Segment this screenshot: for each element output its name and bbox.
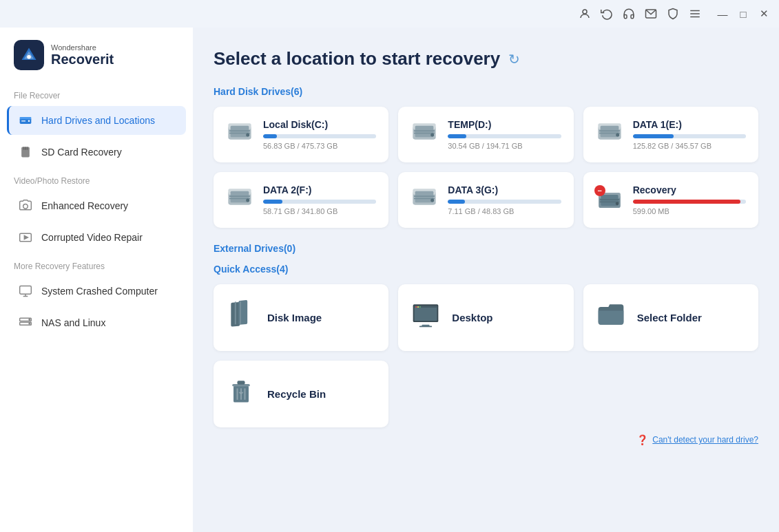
sidebar-item-label: Hard Drives and Locations bbox=[41, 115, 155, 126]
drive-recovery[interactable]: − Recovery 599.00 MB bbox=[583, 172, 758, 228]
sidebar-item-sd-card[interactable]: SD Card Recovery bbox=[7, 138, 186, 167]
logo: Wondershare Recoverit bbox=[0, 28, 193, 83]
disk-image-label: Disk Image bbox=[267, 312, 322, 323]
headset-icon[interactable] bbox=[619, 4, 638, 23]
sidebar-item-hard-drives[interactable]: Hard Drives and Locations bbox=[7, 106, 186, 135]
recovery-icon-wrap: − bbox=[596, 187, 623, 214]
svg-rect-35 bbox=[414, 130, 435, 131]
svg-rect-73 bbox=[419, 326, 432, 328]
quick-access-grid: Disk Image Desktop bbox=[214, 284, 758, 427]
svg-rect-9 bbox=[20, 117, 32, 119]
select-folder-icon bbox=[596, 299, 626, 336]
quick-card-recycle-bin[interactable]: Recycle Bin bbox=[214, 361, 388, 427]
svg-rect-69 bbox=[416, 306, 417, 308]
section-video-photo: Video/Photo Restore bbox=[0, 168, 193, 190]
drive-data2-f[interactable]: DATA 2(F:) 58.71 GB / 341.80 GB bbox=[214, 172, 388, 228]
svg-rect-41 bbox=[599, 130, 620, 131]
drive-info-d: TEMP(D:) 30.54 GB / 194.71 GB bbox=[448, 119, 561, 150]
svg-point-31 bbox=[246, 134, 249, 137]
drive-info-recovery: Recovery 599.00 MB bbox=[633, 184, 746, 215]
drive-size-g: 7.11 GB / 48.83 GB bbox=[448, 207, 561, 215]
hdd-icon-f bbox=[226, 183, 253, 217]
svg-rect-59 bbox=[599, 199, 619, 200]
svg-point-16 bbox=[23, 204, 28, 209]
drive-name-d: TEMP(D:) bbox=[448, 119, 561, 130]
mail-icon[interactable] bbox=[641, 4, 661, 23]
sidebar-item-label: NAS and Linux bbox=[41, 317, 105, 328]
recycle-bin-label: Recycle Bin bbox=[267, 388, 326, 400]
svg-rect-13 bbox=[23, 147, 25, 150]
svg-point-61 bbox=[615, 202, 619, 205]
desktop-label: Desktop bbox=[452, 312, 492, 323]
maximize-button[interactable]: □ bbox=[734, 4, 753, 23]
quick-card-disk-image[interactable]: Disk Image bbox=[214, 284, 388, 351]
minimize-button[interactable]: — bbox=[713, 4, 732, 23]
product-name: Recoverit bbox=[51, 52, 114, 67]
drive-name-e: DATA 1(E:) bbox=[633, 119, 746, 130]
drive-info-g: DATA 3(G:) 7.11 GB / 48.83 GB bbox=[448, 184, 561, 215]
help-icon: ❓ bbox=[636, 434, 648, 445]
hdd-icon-g bbox=[411, 183, 438, 217]
svg-point-49 bbox=[246, 199, 249, 202]
progress-fill-recovery bbox=[633, 200, 740, 204]
sidebar: Wondershare Recoverit File Recover Hard … bbox=[0, 28, 193, 532]
svg-point-43 bbox=[616, 134, 619, 137]
hdd-icon-e bbox=[596, 118, 623, 151]
shield-icon[interactable] bbox=[663, 4, 683, 23]
video-repair-icon bbox=[18, 230, 33, 245]
close-button[interactable]: ✕ bbox=[754, 4, 773, 23]
svg-point-37 bbox=[430, 134, 434, 137]
svg-rect-53 bbox=[414, 195, 435, 197]
quick-card-desktop[interactable]: Desktop bbox=[398, 284, 573, 351]
sidebar-item-nas-linux[interactable]: NAS and Linux bbox=[7, 308, 186, 337]
quick-access-section-label: Quick Access(4) bbox=[214, 264, 758, 275]
section-file-recover: File Recover bbox=[0, 83, 193, 105]
svg-rect-67 bbox=[415, 306, 437, 321]
drive-size-c: 56.83 GB / 475.73 GB bbox=[263, 142, 376, 150]
history-icon[interactable] bbox=[597, 4, 616, 23]
drive-size-e: 125.82 GB / 345.57 GB bbox=[633, 142, 746, 150]
nas-icon bbox=[18, 315, 33, 330]
refresh-icon[interactable]: ↻ bbox=[508, 51, 520, 67]
quick-card-select-folder[interactable]: Select Folder bbox=[583, 284, 758, 351]
drive-size-f: 58.71 GB / 341.80 GB bbox=[263, 207, 376, 215]
drive-temp-d[interactable]: TEMP(D:) 30.54 GB / 194.71 GB bbox=[398, 107, 573, 162]
progress-bar-f bbox=[263, 200, 376, 204]
main-content: Select a location to start recovery ↻ Ha… bbox=[193, 28, 779, 532]
svg-rect-64 bbox=[235, 301, 236, 324]
sidebar-item-enhanced-recovery[interactable]: Enhanced Recovery bbox=[7, 191, 186, 220]
progress-fill-e bbox=[633, 134, 674, 138]
brand-name: Wondershare bbox=[51, 43, 114, 52]
sidebar-item-corrupted-video[interactable]: Corrupted Video Repair bbox=[7, 223, 186, 252]
camera-icon bbox=[18, 198, 33, 213]
recovery-badge: − bbox=[594, 185, 605, 196]
drive-info-e: DATA 1(E:) 125.82 GB / 345.57 GB bbox=[633, 119, 746, 150]
drive-name-f: DATA 2(F:) bbox=[263, 184, 376, 195]
drive-local-c[interactable]: Local Disk(C:) 56.83 GB / 475.73 GB bbox=[214, 107, 388, 162]
sidebar-item-system-crashed[interactable]: System Crashed Computer bbox=[7, 277, 186, 306]
logo-icon bbox=[14, 40, 44, 70]
svg-rect-65 bbox=[240, 301, 241, 324]
drive-size-d: 30.54 GB / 194.71 GB bbox=[448, 142, 561, 150]
drive-info-f: DATA 2(F:) 58.71 GB / 341.80 GB bbox=[263, 184, 376, 215]
progress-bar-g bbox=[448, 200, 561, 204]
list-icon[interactable] bbox=[685, 4, 705, 23]
svg-rect-70 bbox=[417, 306, 419, 308]
progress-bar-recovery bbox=[633, 200, 746, 204]
sidebar-item-label: Corrupted Video Repair bbox=[41, 232, 143, 243]
drive-data3-g[interactable]: DATA 3(G:) 7.11 GB / 48.83 GB bbox=[398, 172, 573, 228]
user-icon[interactable] bbox=[575, 4, 594, 23]
hard-drive-icon bbox=[18, 113, 33, 128]
bottom-link-area: ❓ Can't detect your hard drive? bbox=[214, 427, 758, 445]
title-bar: — □ ✕ bbox=[0, 0, 779, 28]
progress-fill-c bbox=[263, 134, 277, 138]
progress-fill-g bbox=[448, 200, 465, 204]
drive-data1-e[interactable]: DATA 1(E:) 125.82 GB / 345.57 GB bbox=[583, 107, 758, 162]
progress-bar-e bbox=[633, 134, 746, 138]
sd-card-icon bbox=[18, 145, 33, 160]
desktop-icon bbox=[411, 299, 441, 336]
page-title: Select a location to start recovery bbox=[214, 48, 500, 70]
cant-detect-link[interactable]: Can't detect your hard drive? bbox=[652, 435, 758, 445]
svg-point-10 bbox=[28, 120, 30, 123]
svg-point-7 bbox=[27, 55, 31, 59]
